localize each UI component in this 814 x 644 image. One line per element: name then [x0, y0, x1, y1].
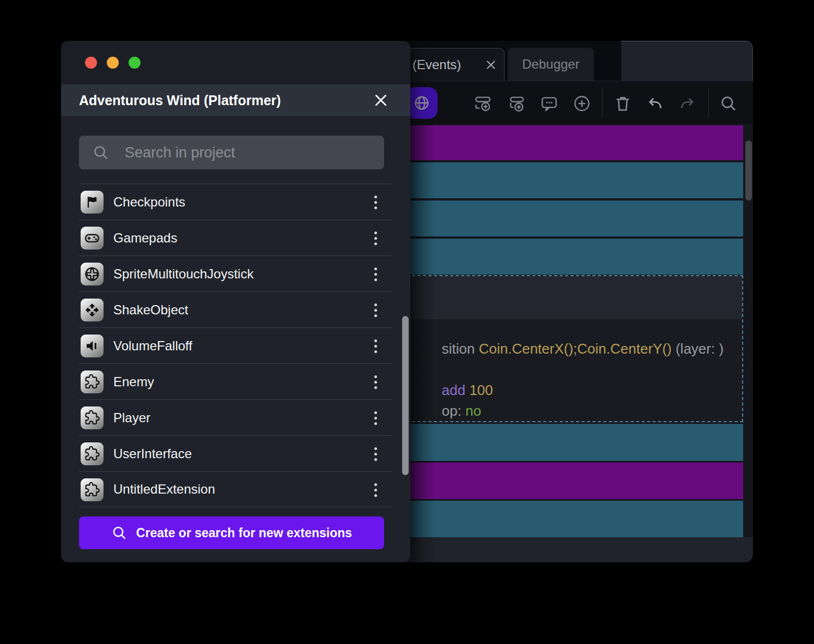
close-dialog-icon[interactable] — [373, 93, 388, 108]
tab-debugger-label: Debugger — [522, 57, 579, 72]
item-menu-kebab-icon[interactable] — [368, 300, 383, 320]
event-row-comment[interactable] — [403, 463, 743, 499]
add-comment-icon[interactable] — [540, 94, 558, 113]
puzzle-icon — [84, 482, 100, 498]
sheet-bottom-strip — [403, 537, 753, 562]
event-row[interactable] — [403, 239, 743, 275]
macos-titlebar — [61, 41, 410, 84]
item-menu-kebab-icon[interactable] — [368, 408, 383, 428]
list-item-label: ShakeObject — [113, 302, 188, 318]
move-arrows-icon — [84, 302, 100, 318]
list-item-enemy[interactable]: Enemy — [79, 363, 392, 399]
action-text-fragment: sition — [442, 341, 479, 357]
dialog-scrollbar[interactable] — [402, 316, 409, 475]
dialog-title: Adventurous Wind (Platformer) — [79, 93, 281, 108]
event-row[interactable] — [403, 501, 743, 537]
macos-zoom-button[interactable] — [129, 57, 141, 69]
event-row[interactable] — [403, 424, 743, 461]
action-expression: Coin.CenterX();Coin.CenterY() — [479, 341, 672, 357]
list-item-label: Gamepads — [113, 230, 177, 246]
add-event-icon[interactable] — [474, 94, 493, 113]
puzzle-icon — [84, 446, 100, 462]
events-toolbar — [403, 81, 753, 124]
dialog-header: Adventurous Wind (Platformer) — [61, 84, 410, 116]
action-text-fragment: (layer: ) — [672, 341, 724, 357]
list-item-label: UserInterface — [113, 446, 192, 461]
list-item-userinterface[interactable]: UserInterface — [79, 435, 392, 471]
toolbar-separator — [602, 88, 603, 118]
tab-events-label: (Events) — [412, 57, 461, 72]
create-extension-button[interactable]: Create or search for new extensions — [79, 517, 384, 549]
search-icon — [111, 525, 127, 541]
list-item-label: Enemy — [113, 374, 154, 390]
list-item-label: UntitledExtension — [113, 482, 215, 497]
close-tab-icon[interactable] — [484, 58, 497, 71]
events-sheet: sition Coin.CenterX();Coin.CenterY() (la… — [403, 124, 753, 562]
search-icon — [92, 144, 110, 161]
globe-icon — [413, 94, 430, 112]
list-item-player[interactable]: Player — [79, 399, 392, 435]
item-menu-kebab-icon[interactable] — [368, 372, 383, 392]
item-menu-kebab-icon[interactable] — [368, 480, 383, 500]
puzzle-icon — [84, 410, 100, 426]
list-item-label: SpriteMultitouchJoystick — [113, 266, 253, 282]
list-item-spritemultitouchjoystick[interactable]: SpriteMultitouchJoystick — [79, 256, 392, 291]
project-manager-dialog: Adventurous Wind (Platformer) Checkpoint… — [61, 41, 410, 562]
action-value: no — [465, 403, 481, 419]
list-item-untitledextension[interactable]: UntitledExtension — [79, 471, 392, 507]
list-item-label: VolumeFalloff — [113, 338, 192, 354]
event-row[interactable] — [403, 201, 743, 236]
tab-debugger[interactable]: Debugger — [508, 48, 594, 81]
speaker-icon — [84, 338, 100, 354]
action-text-fragment: op: — [442, 403, 465, 419]
macos-minimize-button[interactable] — [107, 57, 119, 69]
list-item-gamepads[interactable]: Gamepads — [79, 220, 392, 256]
undo-icon[interactable] — [646, 94, 664, 113]
add-circle-icon[interactable] — [573, 94, 591, 113]
event-row-selected[interactable]: sition Coin.CenterX();Coin.CenterY() (la… — [403, 275, 743, 422]
search-icon[interactable] — [719, 94, 738, 113]
search-input[interactable] — [125, 136, 365, 169]
events-editor-window: (Events) Debugger — [403, 41, 753, 562]
add-sub-event-icon[interactable] — [507, 94, 526, 113]
item-menu-kebab-icon[interactable] — [368, 228, 383, 248]
tab-events[interactable]: (Events) — [403, 48, 505, 81]
events-scrollbar[interactable] — [745, 141, 752, 201]
item-menu-kebab-icon[interactable] — [368, 192, 383, 212]
redo-icon[interactable] — [678, 94, 697, 113]
list-item-label: Player — [113, 410, 150, 426]
extensions-list: Checkpoints Gamepads SpriteMultitouchJoy… — [61, 184, 410, 507]
tabbar-controls-panel — [621, 41, 753, 81]
create-extension-label: Create or search for new extensions — [136, 526, 352, 540]
list-item-label: Checkpoints — [113, 195, 185, 210]
event-row-comment[interactable] — [403, 125, 743, 160]
gamepad-icon — [84, 230, 100, 246]
item-menu-kebab-icon[interactable] — [368, 264, 383, 284]
puzzle-icon — [84, 374, 100, 390]
joystick-icon — [84, 266, 100, 282]
project-search-box[interactable] — [79, 136, 384, 169]
list-item-shakeobject[interactable]: ShakeObject — [79, 291, 392, 327]
trash-icon[interactable] — [613, 94, 632, 113]
event-row[interactable] — [403, 162, 743, 198]
toolbar-separator — [708, 88, 709, 118]
item-menu-kebab-icon[interactable] — [368, 444, 383, 464]
flag-icon — [84, 195, 100, 210]
list-item-volumefalloff[interactable]: VolumeFalloff — [79, 327, 392, 363]
list-item-checkpoints[interactable]: Checkpoints — [79, 184, 392, 220]
globe-button[interactable] — [406, 87, 438, 119]
event-conditions-area[interactable] — [403, 276, 742, 319]
item-menu-kebab-icon[interactable] — [368, 336, 383, 356]
macos-close-button[interactable] — [85, 57, 97, 69]
